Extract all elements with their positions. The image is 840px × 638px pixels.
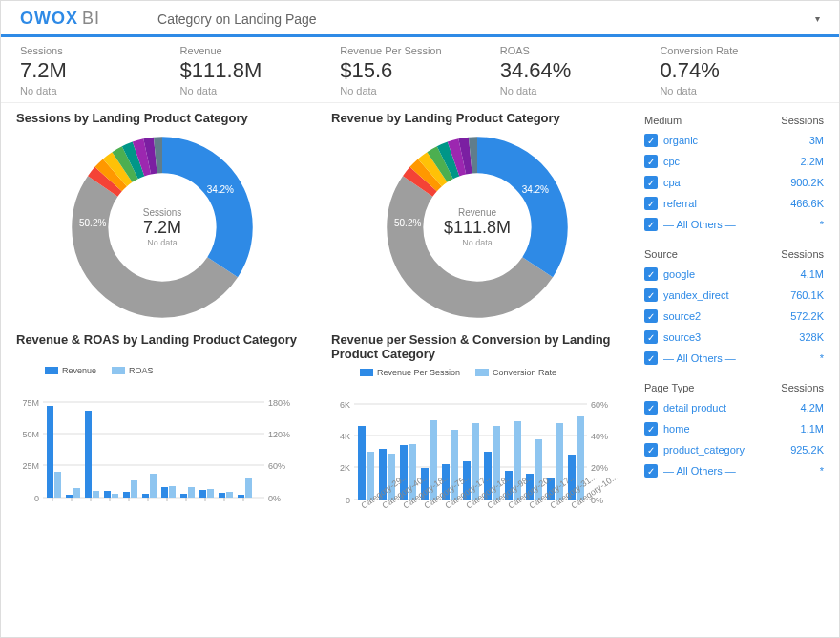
- svg-rect-45: [169, 486, 176, 498]
- checkbox-icon[interactable]: ✓: [644, 443, 658, 457]
- svg-rect-34: [66, 495, 73, 498]
- checkbox-icon[interactable]: ✓: [644, 351, 658, 365]
- filter-row-source3[interactable]: ✓source3328K: [642, 327, 826, 348]
- svg-rect-37: [93, 491, 99, 498]
- kpi-value: $111.8M: [180, 58, 341, 83]
- donut-chart-revenue: Revenue $111.8M No data 34.2% 50.2%: [377, 132, 578, 323]
- svg-rect-53: [245, 478, 252, 498]
- svg-rect-41: [131, 480, 137, 498]
- kpi-row: Sessions 7.2M No data Revenue $111.8M No…: [1, 37, 839, 103]
- filter-row-allothers[interactable]: ✓— All Others —*: [642, 460, 826, 481]
- chart-title: Sessions by Landing Product Category: [16, 111, 308, 126]
- checkbox-icon[interactable]: ✓: [644, 155, 658, 168]
- filter-row-allothers[interactable]: ✓— All Others —*: [642, 348, 826, 369]
- kpi-value: 7.2M: [20, 58, 180, 83]
- checkbox-icon[interactable]: ✓: [644, 464, 658, 478]
- page-title: Category on Landing Page: [158, 11, 317, 27]
- kpi-sub: No data: [660, 85, 820, 96]
- filter-row-allothers[interactable]: ✓— All Others —*: [642, 214, 826, 235]
- svg-rect-48: [200, 490, 206, 498]
- checkbox-icon[interactable]: ✓: [644, 176, 658, 189]
- filter-row-cpa[interactable]: ✓cpa900.2K: [642, 172, 826, 193]
- filter-row-detail[interactable]: ✓detail product4.2M: [642, 397, 826, 418]
- donut-pct-grey: 50.2%: [79, 218, 106, 228]
- filter-row-source2[interactable]: ✓source2572.2K: [642, 306, 826, 327]
- svg-text:75M: 75M: [22, 398, 39, 408]
- svg-rect-33: [54, 472, 61, 498]
- kpi-label: Revenue Per Session: [340, 45, 500, 56]
- chart-title: Revenue & ROAS by Landing Product Catego…: [16, 332, 308, 348]
- svg-rect-35: [74, 488, 80, 498]
- kpi-sub: No data: [500, 85, 661, 96]
- kpi-value: 34.64%: [500, 58, 661, 83]
- svg-text:0: 0: [346, 496, 350, 505]
- kpi-label: Conversion Rate: [660, 45, 820, 56]
- svg-text:0%: 0%: [268, 494, 281, 503]
- kpi-roas: ROAS 34.64% No data: [500, 45, 661, 96]
- legend-label: Revenue: [62, 366, 96, 375]
- filter-row-prodcat[interactable]: ✓product_category925.2K: [642, 439, 826, 460]
- kpi-label: Revenue: [180, 45, 341, 56]
- bar-rps-conv-card: Revenue per Session & Conversion by Land…: [331, 332, 623, 547]
- svg-text:6K: 6K: [340, 400, 350, 410]
- checkbox-icon[interactable]: ✓: [644, 134, 658, 147]
- kpi-revenue: Revenue $111.8M No data: [180, 45, 341, 96]
- checkbox-icon[interactable]: ✓: [644, 267, 658, 281]
- svg-rect-77: [358, 426, 366, 500]
- svg-rect-51: [226, 492, 233, 498]
- donut-pct-blue: 34.2%: [522, 184, 549, 195]
- checkbox-icon[interactable]: ✓: [644, 309, 658, 323]
- dropdown-caret-icon[interactable]: ▾: [815, 13, 820, 24]
- svg-rect-47: [188, 487, 195, 498]
- svg-text:50M: 50M: [22, 430, 39, 439]
- checkbox-icon[interactable]: ✓: [644, 197, 658, 210]
- svg-rect-32: [47, 406, 53, 498]
- filter-row-organic[interactable]: ✓organic3M: [642, 130, 826, 151]
- svg-text:0: 0: [34, 494, 39, 503]
- kpi-label: Sessions: [20, 45, 180, 56]
- legend-label: Conversion Rate: [493, 368, 556, 377]
- svg-rect-44: [161, 487, 168, 498]
- svg-text:60%: 60%: [268, 461, 285, 471]
- bar-chart-revenue-roas: 75M 50M 25M 0 180% 120% 60% 0%: [16, 383, 308, 545]
- svg-rect-49: [207, 489, 214, 498]
- svg-rect-50: [219, 493, 225, 498]
- checkbox-icon[interactable]: ✓: [644, 288, 658, 302]
- filter-row-home[interactable]: ✓home1.1M: [642, 418, 826, 439]
- checkbox-icon[interactable]: ✓: [644, 422, 658, 436]
- filter-row-cpc[interactable]: ✓cpc2.2M: [642, 151, 826, 172]
- kpi-rps: Revenue Per Session $15.6 No data: [340, 45, 500, 96]
- logo: OWOX BI: [20, 9, 100, 29]
- kpi-sub: No data: [20, 85, 180, 96]
- donut-center-value: $111.8M: [444, 218, 511, 238]
- checkbox-icon[interactable]: ✓: [644, 218, 658, 231]
- svg-text:180%: 180%: [268, 398, 290, 408]
- filter-head-source: SourceSessions: [642, 245, 826, 264]
- svg-text:60%: 60%: [591, 400, 608, 410]
- svg-rect-38: [104, 491, 111, 498]
- donut-pct-blue: 34.2%: [207, 184, 234, 195]
- filter-head-medium: MediumSessions: [642, 111, 826, 130]
- kpi-sessions: Sessions 7.2M No data: [20, 45, 180, 96]
- checkbox-icon[interactable]: ✓: [644, 401, 658, 415]
- logo-bi: BI: [82, 9, 100, 29]
- bar-chart-rps-conv: 6K 4K 2K 0 60% 40% 20% 0%: [331, 385, 623, 547]
- donut-center-value: 7.2M: [143, 218, 182, 238]
- svg-rect-36: [85, 411, 92, 498]
- svg-rect-43: [150, 474, 157, 498]
- filter-head-pagetype: Page TypeSessions: [642, 378, 826, 397]
- svg-rect-46: [180, 494, 187, 498]
- filter-row-google[interactable]: ✓google4.1M: [642, 264, 826, 285]
- svg-rect-39: [112, 494, 118, 498]
- svg-text:40%: 40%: [591, 432, 608, 441]
- checkbox-icon[interactable]: ✓: [644, 330, 658, 344]
- donut-center-label: Sessions: [143, 207, 182, 218]
- kpi-conversion: Conversion Rate 0.74% No data: [660, 45, 820, 96]
- logo-owox: OWOX: [20, 9, 78, 29]
- filter-row-yandex[interactable]: ✓yandex_direct760.1K: [642, 285, 826, 306]
- donut-center-sub: No data: [143, 238, 182, 247]
- filter-row-referral[interactable]: ✓referral466.6K: [642, 193, 826, 214]
- donut-sessions-card: Sessions by Landing Product Category: [16, 111, 308, 323]
- header: OWOX BI Category on Landing Page ▾: [1, 1, 839, 37]
- kpi-value: $15.6: [340, 58, 500, 83]
